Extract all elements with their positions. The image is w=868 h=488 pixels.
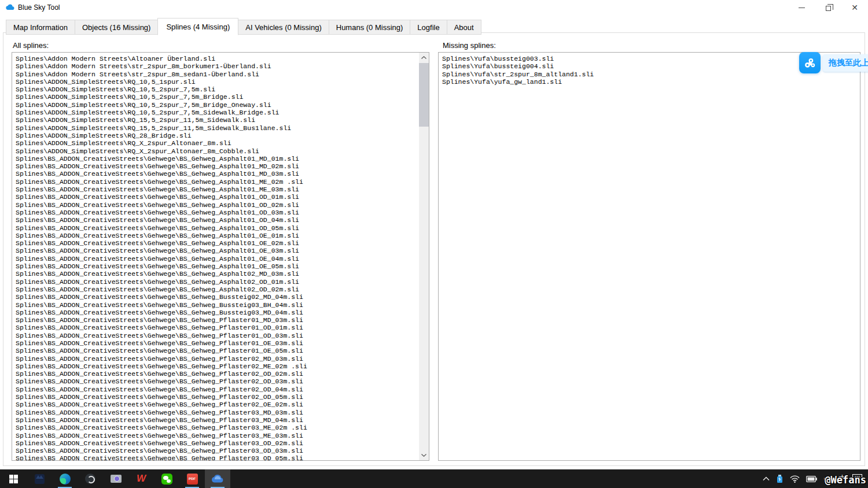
- spline-path-row: Splines\ADDON_SimpleStreets\RQ_10,5_2spu…: [16, 93, 419, 101]
- spline-path-row: Splines\BS_ADDON_CreativeStreets\Gehwege…: [16, 239, 419, 247]
- drag-upload-label: 拖拽至此上传: [823, 54, 868, 72]
- spline-path-row: Splines\BS_ADDON_CreativeStreets\Gehwege…: [16, 370, 419, 378]
- spline-path-row: Splines\ADDON_SimpleStreets\RQ_10,5_2spu…: [16, 86, 419, 93]
- spline-path-row: Splines\BS_ADDON_CreativeStreets\Gehwege…: [16, 409, 419, 416]
- tab-strip: Map Information Objects (16 Missing) Spl…: [6, 18, 481, 35]
- tab-ai-vehicles[interactable]: AI Vehicles (0 Missing): [238, 20, 329, 35]
- spline-path-row: Splines\BS_ADDON_CreativeStreets\Gehwege…: [16, 378, 419, 385]
- battery-icon[interactable]: [806, 476, 817, 482]
- spline-path-row: Splines\BS_ADDON_CreativeStreets\Gehwege…: [16, 432, 419, 439]
- taskbar-media-app-icon[interactable]: [78, 469, 103, 488]
- close-button[interactable]: ✕: [841, 0, 868, 15]
- minimize-button[interactable]: [788, 0, 815, 15]
- spline-path-row: Splines\BS_ADDON_CreativeStreets\Gehwege…: [16, 293, 419, 301]
- taskbar-camera-icon[interactable]: [103, 469, 128, 488]
- spline-path-row: Splines\ADDON_SimpleStreets\RQ_X_2spur_A…: [16, 147, 419, 155]
- spline-path-row: Splines\Addon Modern Streets\str_2spur_8…: [16, 62, 419, 70]
- spline-path-row: Splines\BS_ADDON_CreativeStreets\Gehwege…: [16, 255, 419, 263]
- cloud-app-icon: [211, 474, 224, 483]
- missing-splines-list: Splines\Yufa\bussteig003.sliSplines\Yufa…: [439, 53, 860, 460]
- spline-path-row: Splines\BS_ADDON_CreativeStreets\Gehwege…: [16, 393, 419, 401]
- windows-logo-icon: [9, 475, 18, 483]
- spline-path-row: Splines\Addon Modern Streets\str_2spur_8…: [16, 71, 419, 78]
- missing-spline-row: Splines\Yufa\yufa_gw_land1.sli: [442, 78, 860, 86]
- netdisk-upload-badge[interactable]: 拖拽至此上传: [799, 52, 868, 73]
- missing-splines-listbox[interactable]: Splines\Yufa\bussteig003.sliSplines\Yufa…: [438, 52, 860, 461]
- tab-map-information[interactable]: Map Information: [6, 20, 75, 35]
- spline-path-row: Splines\BS_ADDON_CreativeStreets\Gehwege…: [16, 224, 419, 232]
- spline-path-row: Splines\ADDON_SimpleStreets\RQ_10,5_2spu…: [16, 109, 419, 116]
- missing-splines-label: Missing splines:: [443, 41, 496, 50]
- spline-path-row: Splines\BS_ADDON_CreativeStreets\Gehwege…: [16, 324, 419, 331]
- restore-button[interactable]: [815, 0, 841, 15]
- spline-path-row: Splines\ADDON_SimpleStreets\RQ_28_Bridge…: [16, 132, 419, 139]
- spline-path-row: Splines\BS_ADDON_CreativeStreets\Gehwege…: [16, 186, 419, 193]
- spline-path-row: Splines\BS_ADDON_CreativeStreets\Gehwege…: [16, 170, 419, 178]
- scrollbar-thumb[interactable]: [419, 63, 429, 127]
- spline-path-row: Splines\BS_ADDON_CreativeStreets\Gehwege…: [16, 332, 419, 339]
- taskbar-pdf-icon[interactable]: PDF: [179, 469, 205, 488]
- spline-path-row: Splines\ADDON_SimpleStreets\RQ_15,5_2spu…: [16, 124, 419, 132]
- spline-path-row: Splines\BS_ADDON_CreativeStreets\Gehwege…: [16, 155, 419, 162]
- spline-path-row: Splines\BS_ADDON_CreativeStreets\Gehwege…: [16, 301, 419, 309]
- vertical-scrollbar[interactable]: [419, 53, 429, 460]
- spline-path-row: Splines\BS_ADDON_CreativeStreets\Gehwege…: [16, 178, 419, 186]
- title-bar: Blue Sky Tool ✕: [0, 0, 868, 15]
- spline-path-row: Splines\BS_ADDON_CreativeStreets\Gehwege…: [16, 401, 419, 408]
- usb-device-icon[interactable]: [776, 474, 784, 483]
- missing-spline-row: Splines\Yufa\bussteig003.sli: [442, 55, 860, 62]
- scroll-up-button[interactable]: [419, 53, 429, 62]
- spline-path-row: Splines\BS_ADDON_CreativeStreets\Gehwege…: [16, 439, 419, 447]
- spline-path-row: Splines\BS_ADDON_CreativeStreets\Gehwege…: [16, 339, 419, 347]
- tab-about[interactable]: About: [447, 20, 481, 35]
- spline-path-row: Splines\ADDON_SimpleStreets\RQ_X_2spur_A…: [16, 139, 419, 147]
- spline-path-row: Splines\BS_ADDON_CreativeStreets\Gehwege…: [16, 270, 419, 278]
- missing-spline-row: Splines\Yufa\str_2spur_8m_altland1.sli: [442, 71, 860, 78]
- spline-path-row: Splines\BS_ADDON_CreativeStreets\Gehwege…: [16, 447, 419, 454]
- taskbar-cat-app-icon[interactable]: [27, 469, 52, 488]
- all-splines-list: Splines\Addon Modern Streets\Altoaner Üb…: [12, 53, 419, 460]
- spline-path-row: Splines\BS_ADDON_CreativeStreets\Gehwege…: [16, 209, 419, 216]
- taskbar-edge-icon[interactable]: [52, 469, 78, 488]
- spline-path-row: Splines\BS_ADDON_CreativeStreets\Gehwege…: [16, 193, 419, 201]
- spline-path-row: Splines\BS_ADDON_CreativeStreets\Gehwege…: [16, 355, 419, 363]
- spline-path-row: Splines\BS_ADDON_CreativeStreets\Gehwege…: [16, 416, 419, 424]
- spline-path-row: Splines\BS_ADDON_CreativeStreets\Gehwege…: [16, 386, 419, 393]
- tray-chevron-icon[interactable]: [763, 476, 770, 481]
- app-cloud-icon: [5, 3, 14, 12]
- spline-path-row: Splines\BS_ADDON_CreativeStreets\Gehwege…: [16, 278, 419, 286]
- window-title: Blue Sky Tool: [18, 3, 60, 12]
- spline-path-row: Splines\ADDON_SimpleStreets\RQ_10,5_1spu…: [16, 78, 419, 86]
- spline-path-row: Splines\Addon Modern Streets\Altoaner Üb…: [16, 55, 419, 62]
- missing-spline-row: Splines\Yufa\bussteig004.sli: [442, 62, 860, 70]
- spline-path-row: Splines\BS_ADDON_CreativeStreets\Gehwege…: [16, 286, 419, 293]
- taskbar-wechat-icon[interactable]: [154, 469, 179, 488]
- spline-path-row: Splines\BS_ADDON_CreativeStreets\Gehwege…: [16, 363, 419, 370]
- spline-path-row: Splines\BS_ADDON_CreativeStreets\Gehwege…: [16, 216, 419, 224]
- scroll-down-button[interactable]: [419, 450, 429, 460]
- spline-path-row: Splines\BS_ADDON_CreativeStreets\Gehwege…: [16, 162, 419, 170]
- spline-path-row: Splines\BS_ADDON_CreativeStreets\Gehwege…: [16, 347, 419, 354]
- taskbar-empty-area: [230, 469, 763, 488]
- spline-path-row: Splines\BS_ADDON_CreativeStreets\Gehwege…: [16, 454, 419, 460]
- tab-logfile[interactable]: Logfile: [410, 20, 447, 35]
- tab-objects[interactable]: Objects (16 Missing): [75, 20, 158, 35]
- tab-humans[interactable]: Humans (0 Missing): [329, 20, 411, 35]
- taskbar-netdisk-icon[interactable]: [205, 469, 230, 488]
- spline-path-row: Splines\ADDON_SimpleStreets\RQ_10,5_2spu…: [16, 101, 419, 109]
- window-controls: ✕: [788, 0, 868, 15]
- desktop-screen: Blue Sky Tool ✕ Map Information Objects …: [0, 0, 868, 488]
- spline-path-row: Splines\BS_ADDON_CreativeStreets\Gehwege…: [16, 247, 419, 254]
- start-button[interactable]: [0, 469, 27, 488]
- taskbar: W PDF: [0, 469, 868, 488]
- taskbar-wps-icon[interactable]: W: [128, 469, 154, 488]
- spline-path-row: Splines\BS_ADDON_CreativeStreets\Gehwege…: [16, 263, 419, 270]
- spline-path-row: Splines\BS_ADDON_CreativeStreets\Gehwege…: [16, 424, 419, 431]
- tab-splines[interactable]: Splines (4 Missing): [157, 18, 238, 35]
- all-splines-listbox[interactable]: Splines\Addon Modern Streets\Altoaner Üb…: [12, 52, 429, 461]
- spline-path-row: Splines\BS_ADDON_CreativeStreets\Gehwege…: [16, 232, 419, 239]
- spline-path-row: Splines\ADDON_SimpleStreets\RQ_15,5_2spu…: [16, 116, 419, 124]
- wifi-icon[interactable]: [790, 475, 800, 483]
- baidu-netdisk-icon: [799, 52, 821, 73]
- spline-path-row: Splines\BS_ADDON_CreativeStreets\Gehwege…: [16, 309, 419, 316]
